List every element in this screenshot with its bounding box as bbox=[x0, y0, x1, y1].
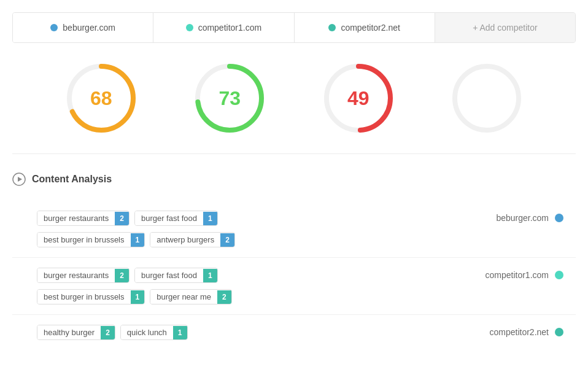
competitor-name-1: competitor1.com bbox=[485, 270, 549, 280]
keyword-line-2-0: healthy burger2quick lunch1 bbox=[37, 325, 465, 340]
gauge-1: 73 bbox=[193, 61, 266, 135]
keyword-text-1-1-1: burger near me bbox=[150, 290, 217, 304]
keyword-badge-1-0-0: 2 bbox=[115, 269, 129, 282]
competitor-name-2: competitor2.net bbox=[490, 327, 549, 337]
gauge-value-0: 68 bbox=[90, 87, 112, 110]
keywords-area-2: healthy burger2quick lunch1 bbox=[12, 325, 465, 340]
keyword-badge-2-0-0: 2 bbox=[101, 326, 115, 339]
competitor-name-0: beburger.com bbox=[496, 213, 549, 223]
analysis-row-0: burger restaurants2burger fast food1best… bbox=[12, 201, 576, 258]
keyword-text-1-0-0: burger restaurants bbox=[37, 268, 115, 282]
keyword-tag-0-0-0: burger restaurants2 bbox=[37, 211, 130, 226]
keyword-tag-0-0-1: burger fast food1 bbox=[134, 211, 218, 226]
competitor-dot-2 bbox=[555, 328, 563, 336]
gauge-0: 68 bbox=[64, 61, 138, 135]
gauge-svg-3 bbox=[450, 61, 524, 135]
keyword-text-2-0-1: quick lunch bbox=[121, 325, 173, 339]
gauge-value-2: 49 bbox=[347, 87, 369, 110]
tab-label-beburger: beburger.com bbox=[63, 23, 115, 33]
keyword-tag-2-0-1: quick lunch1 bbox=[120, 325, 188, 340]
keyword-text-0-0-0: burger restaurants bbox=[37, 211, 115, 225]
analysis-row-2: healthy burger2quick lunch1competitor2.n… bbox=[12, 315, 576, 350]
keyword-text-0-0-1: burger fast food bbox=[135, 211, 203, 225]
keyword-text-0-1-1: antwerp burgers bbox=[150, 233, 220, 247]
tab-competitor2[interactable]: competitor2.net bbox=[295, 13, 435, 42]
gauge-value-1: 73 bbox=[219, 87, 241, 110]
keyword-tag-1-1-0: best burger in brussels1 bbox=[37, 289, 145, 304]
keyword-badge-0-1-0: 1 bbox=[131, 233, 145, 247]
gauge-3 bbox=[450, 61, 524, 135]
keyword-text-1-1-0: best burger in brussels bbox=[37, 290, 131, 304]
keyword-badge-1-1-1: 2 bbox=[217, 290, 231, 304]
svg-marker-9 bbox=[18, 177, 22, 182]
keyword-badge-1-0-1: 1 bbox=[203, 269, 217, 282]
tab-label-competitor2: competitor2.net bbox=[341, 23, 400, 33]
section-header: Content Analysis bbox=[12, 172, 576, 186]
keyword-tag-1-0-0: burger restaurants2 bbox=[37, 268, 130, 283]
keyword-line-1-1: best burger in brussels1burger near me2 bbox=[37, 289, 465, 304]
competitor-dot-1 bbox=[555, 271, 563, 279]
keyword-tag-2-0-0: healthy burger2 bbox=[37, 325, 115, 340]
gauge-2: 49 bbox=[322, 61, 395, 135]
keyword-line-1-0: burger restaurants2burger fast food1 bbox=[37, 268, 465, 283]
analysis-row-1: burger restaurants2burger fast food1best… bbox=[12, 258, 576, 315]
tab-dot-beburger bbox=[50, 24, 58, 31]
competitor-dot-0 bbox=[555, 214, 563, 222]
keyword-text-0-1-0: best burger in brussels bbox=[37, 233, 131, 247]
analysis-rows: burger restaurants2burger fast food1best… bbox=[12, 201, 576, 350]
keyword-tag-1-0-1: burger fast food1 bbox=[134, 268, 218, 283]
keywords-area-0: burger restaurants2burger fast food1best… bbox=[12, 211, 465, 247]
svg-point-6 bbox=[455, 66, 519, 130]
keyword-tag-0-1-0: best burger in brussels1 bbox=[37, 232, 145, 247]
tab-add[interactable]: + Add competitor bbox=[435, 13, 575, 42]
competitor-tabs: beburger.comcompetitor1.comcompetitor2.n… bbox=[12, 12, 576, 43]
keyword-badge-0-0-1: 1 bbox=[203, 212, 217, 225]
section-title: Content Analysis bbox=[32, 174, 112, 185]
tab-dot-competitor1 bbox=[186, 24, 193, 31]
keyword-badge-0-0-0: 2 bbox=[115, 212, 129, 225]
tab-competitor1[interactable]: competitor1.com bbox=[153, 13, 294, 42]
tab-label-competitor1: competitor1.com bbox=[198, 23, 261, 33]
competitor-label-area-1: competitor1.com bbox=[465, 268, 576, 280]
keyword-tag-1-1-1: burger near me2 bbox=[150, 289, 232, 304]
keyword-line-0-0: burger restaurants2burger fast food1 bbox=[37, 211, 465, 226]
keyword-line-0-1: best burger in brussels1antwerp burgers2 bbox=[37, 232, 465, 247]
competitor-label-area-2: competitor2.net bbox=[465, 325, 576, 337]
keyword-badge-2-0-1: 1 bbox=[173, 326, 187, 339]
keyword-badge-1-1-0: 1 bbox=[131, 290, 145, 304]
keyword-text-1-0-1: burger fast food bbox=[135, 268, 203, 282]
content-analysis-section: Content Analysis burger restaurants2burg… bbox=[0, 154, 588, 368]
tab-beburger[interactable]: beburger.com bbox=[13, 13, 153, 42]
gauges-row: 687349 bbox=[0, 43, 588, 153]
tab-dot-competitor2 bbox=[328, 24, 336, 31]
keyword-badge-0-1-1: 2 bbox=[220, 233, 234, 247]
keywords-area-1: burger restaurants2burger fast food1best… bbox=[12, 268, 465, 304]
play-icon bbox=[12, 172, 26, 186]
keyword-tag-0-1-1: antwerp burgers2 bbox=[150, 232, 235, 247]
keyword-text-2-0-0: healthy burger bbox=[37, 325, 101, 339]
tab-label-add: + Add competitor bbox=[473, 23, 537, 33]
competitor-label-area-0: beburger.com bbox=[465, 211, 576, 223]
